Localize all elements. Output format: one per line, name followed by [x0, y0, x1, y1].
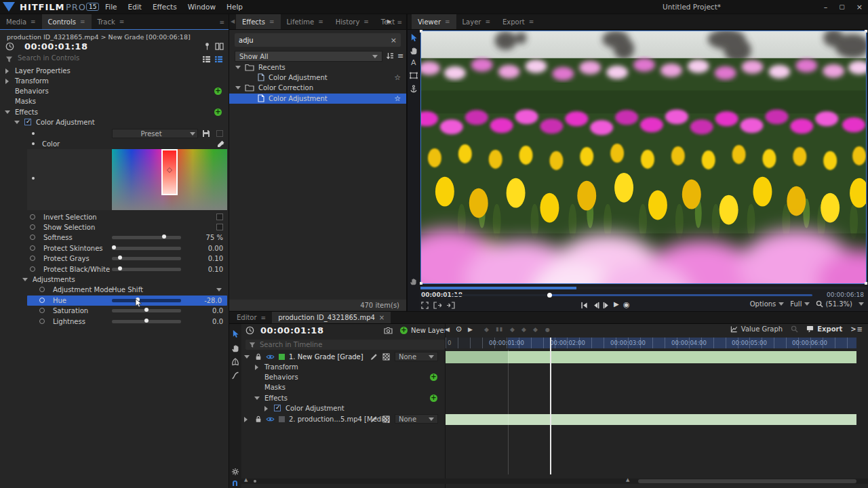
expand-arrow-icon[interactable] [244, 417, 248, 422]
collapse-arrow-icon[interactable] [235, 86, 241, 89]
hue-selection-rect[interactable] [161, 149, 178, 195]
keyframe-toggle-icon[interactable] [30, 256, 35, 261]
next-frame-button[interactable] [603, 302, 610, 309]
fit-mode-dropdown[interactable]: Full [790, 300, 810, 308]
zoom-in-icon[interactable]: ▲ [626, 477, 629, 483]
viewer-seekbar[interactable] [452, 294, 812, 296]
keyframe-tool-icon[interactable]: ◆ [510, 326, 515, 333]
menu-window[interactable]: Window [188, 3, 216, 11]
hue-slider[interactable] [112, 299, 181, 302]
expand-arrow-icon[interactable] [5, 68, 9, 74]
select-tool-icon[interactable] [232, 329, 239, 338]
track1-masks[interactable]: Masks [229, 382, 445, 392]
tree-masks[interactable]: Masks [0, 96, 229, 106]
track-color-swatch[interactable] [279, 354, 285, 360]
prop-value[interactable]: 0.00 [182, 245, 223, 252]
lightness-slider[interactable] [112, 320, 181, 323]
keyframe-toggle-icon[interactable] [39, 308, 45, 313]
add-behavior-button[interactable]: + [214, 87, 222, 95]
minimize-button[interactable]: – [824, 3, 828, 12]
keyframe-toggle-icon[interactable] [30, 266, 35, 272]
tab-track[interactable]: Track≡ [92, 14, 131, 29]
tab-effects[interactable]: Effects≡ [236, 14, 281, 29]
tab-menu-icon[interactable]: ≡ [485, 18, 490, 25]
keyframe-tool-icon[interactable]: ▮▮ [496, 326, 503, 332]
snap-magnet-icon[interactable]: U [232, 479, 238, 487]
chevron-down-icon[interactable] [859, 302, 864, 306]
menu-help[interactable]: Help [226, 3, 243, 11]
pin-icon[interactable] [203, 42, 211, 51]
clear-search-icon[interactable]: × [391, 36, 397, 45]
list-view-icon[interactable] [202, 56, 211, 63]
timeline-playhead[interactable] [550, 338, 551, 474]
add-keyframe-button[interactable]: ⊙ [456, 325, 462, 333]
selection-handle[interactable] [865, 282, 867, 285]
grade-clip-bar[interactable] [446, 351, 856, 363]
tab-lifetime[interactable]: Lifetime≡ [281, 14, 330, 29]
effects-search-input[interactable] [239, 37, 391, 44]
saturation-slider[interactable] [112, 309, 181, 312]
export-button[interactable]: Export [806, 325, 842, 333]
pan-zoom-icon[interactable] [410, 278, 417, 285]
close-button[interactable]: × [856, 3, 863, 12]
hand-tool-icon[interactable] [410, 47, 418, 55]
track-row-media[interactable]: 2. production...5.mp4 [Media] None [229, 414, 445, 424]
collapse-arrow-icon[interactable] [14, 121, 20, 124]
tab-editor[interactable]: Editor≡ [231, 312, 272, 323]
track1-behaviors[interactable]: Behaviors+ [229, 372, 445, 382]
sort-icon[interactable] [386, 52, 394, 60]
track1-color-adjustment[interactable]: Color Adjustment [229, 403, 445, 413]
adjustments-group[interactable]: Adjustments [0, 274, 229, 285]
new-layer-plus-icon[interactable]: + [400, 327, 408, 334]
snapshot-icon[interactable] [384, 327, 393, 334]
settings-gear-icon[interactable] [231, 468, 239, 476]
keyframe-dot-icon[interactable] [32, 142, 35, 145]
tab-menu-icon[interactable]: ≡ [261, 314, 267, 321]
text-tool-icon[interactable]: A [411, 58, 416, 67]
invert-selection-checkbox[interactable] [216, 214, 223, 220]
grid-view-icon[interactable] [214, 56, 223, 63]
timeline-search-input[interactable] [260, 341, 441, 348]
zoom-out-icon[interactable]: ▲ [244, 477, 248, 483]
collapse-arrow-icon[interactable] [244, 355, 250, 359]
eyedropper-icon[interactable] [217, 140, 225, 148]
tab-menu-icon[interactable]: ≡ [445, 18, 450, 25]
effect-enabled-checkbox[interactable] [24, 119, 31, 125]
menu-edit[interactable]: Edit [128, 3, 142, 11]
next-keyframe-button[interactable]: ▶ [468, 326, 473, 333]
selection-handle[interactable] [420, 30, 422, 33]
tab-viewer[interactable]: Viewer≡ [412, 14, 456, 29]
visibility-eye-icon[interactable] [266, 416, 275, 422]
tab-menu-icon[interactable]: ≡ [318, 18, 323, 25]
hscrollbar-thumb[interactable] [638, 479, 856, 483]
add-effect-button[interactable]: + [214, 108, 222, 116]
import-frame-icon[interactable] [446, 302, 455, 309]
new-layer-button[interactable]: New Layer [411, 327, 447, 334]
menu-effects[interactable]: Effects [153, 3, 177, 11]
expand-arrow-icon[interactable] [5, 79, 9, 84]
panel-menu-icon[interactable]: ≡ [219, 19, 224, 26]
tab-media[interactable]: Media≡ [0, 14, 42, 29]
filter-icon[interactable] [249, 342, 256, 348]
scroll-tabs-left-icon[interactable]: ◀ [231, 18, 235, 24]
tree-color-adjustment[interactable]: Color Adjustment [0, 117, 229, 127]
keyframe-toggle-icon[interactable] [39, 287, 45, 292]
hscrollbar-thumb[interactable] [420, 287, 576, 289]
adjustment-mode-dropdown[interactable]: Hue Shift [112, 286, 143, 293]
options-dropdown[interactable]: Options [750, 300, 785, 308]
hue-saturation-picker[interactable] [112, 149, 227, 210]
controls-timecode[interactable]: 00:00:01:18 [24, 41, 87, 52]
track1-transform[interactable]: Transform [229, 362, 445, 372]
track-color-swatch[interactable] [279, 416, 285, 422]
editor-timecode[interactable]: 00:00:01:18 [260, 325, 323, 336]
maximize-button[interactable]: ▢ [839, 3, 845, 10]
chevron-down-icon[interactable] [216, 288, 222, 291]
viewer-hscrollbar[interactable] [420, 287, 867, 289]
expand-arrow-icon[interactable] [255, 365, 258, 370]
protect-blackwhite-slider[interactable] [112, 268, 181, 271]
value-graph-button[interactable]: Value Graph [730, 325, 783, 333]
preset-dropdown[interactable]: Preset [112, 129, 198, 138]
keyframe-toggle-icon[interactable] [30, 224, 35, 230]
tab-menu-icon[interactable]: ≡ [269, 18, 275, 25]
keyframe-dot-icon[interactable] [32, 132, 35, 135]
